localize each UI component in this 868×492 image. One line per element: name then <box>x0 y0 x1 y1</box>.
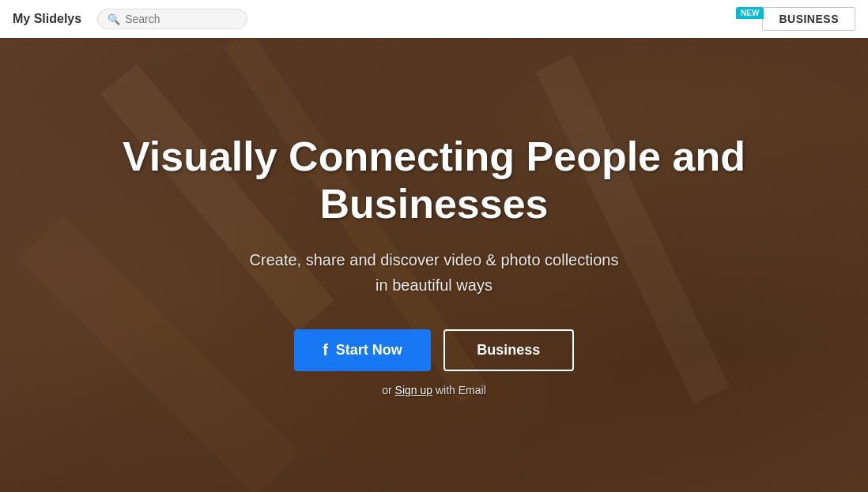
signup-link[interactable]: Sign up <box>395 384 432 396</box>
hero-subtitle-line1: Create, share and discover video & photo… <box>250 251 619 269</box>
facebook-icon: f <box>323 341 328 359</box>
hero-signup-text: or Sign up with Email <box>382 384 486 396</box>
start-now-button[interactable]: f Start Now <box>294 329 431 371</box>
hero-buttons: f Start Now Business <box>294 329 574 371</box>
hero-subtitle: Create, share and discover video & photo… <box>250 247 619 298</box>
hero-title: Visually Connecting People and Businesse… <box>78 133 790 228</box>
business-button[interactable]: Business <box>443 329 574 371</box>
signup-prefix: or <box>382 384 394 396</box>
hero-subtitle-line2: in beautiful ways <box>376 276 492 294</box>
signup-suffix: with Email <box>432 384 486 396</box>
hero-content: Visually Connecting People and Businesse… <box>0 0 868 492</box>
start-now-label: Start Now <box>336 342 402 359</box>
hero-section: Visually Connecting People and Businesse… <box>0 0 868 492</box>
